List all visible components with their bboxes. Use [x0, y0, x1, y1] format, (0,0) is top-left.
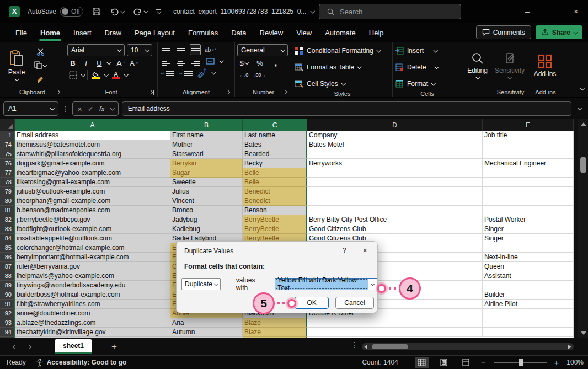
- cell-E88[interactable]: Assistant: [483, 271, 574, 281]
- next-sheet-arrow[interactable]: [27, 344, 31, 349]
- cell-E78[interactable]: [483, 178, 574, 187]
- undo-button[interactable]: [110, 8, 124, 16]
- cell-B81[interactable]: Bronco: [170, 206, 243, 215]
- font-size-combo[interactable]: 10: [127, 44, 152, 56]
- vertical-scrollbar[interactable]: [578, 119, 588, 338]
- cell-E75[interactable]: [483, 149, 574, 159]
- row-header-92[interactable]: 92: [0, 309, 15, 318]
- cell-A92[interactable]: annie@doublerdiner.com: [15, 309, 170, 318]
- zoom-out-button[interactable]: −: [481, 358, 486, 367]
- tab-page-layout[interactable]: Page Layout: [128, 25, 181, 41]
- row-header-77[interactable]: 77: [0, 168, 15, 178]
- cell-C78[interactable]: Belle: [243, 178, 307, 187]
- dialog-help-icon[interactable]: ?: [343, 246, 346, 254]
- row-header-83[interactable]: 83: [0, 224, 15, 234]
- align-center-button[interactable]: [175, 56, 186, 67]
- orientation-button[interactable]: ab↗: [196, 67, 208, 78]
- row-header-89[interactable]: 89: [0, 281, 15, 290]
- cell-C83[interactable]: BerryBeetle: [243, 224, 307, 234]
- cell-C75[interactable]: Bearded: [243, 149, 307, 159]
- cell-C94[interactable]: Blaze: [243, 328, 307, 337]
- cell-E80[interactable]: [483, 196, 574, 206]
- top-align-button[interactable]: [160, 44, 171, 55]
- cell-E81[interactable]: [483, 206, 574, 215]
- cell-B83[interactable]: Kadiebug: [170, 224, 243, 234]
- document-title[interactable]: contact_export_1100693728783_121825_0...: [173, 8, 314, 15]
- row-header-90[interactable]: 90: [0, 290, 15, 300]
- page-layout-view-button[interactable]: [437, 357, 451, 368]
- search-input[interactable]: Search: [319, 4, 461, 19]
- cell-A90[interactable]: builderboss@hotmail-example.com: [15, 290, 170, 300]
- font-color-button[interactable]: A: [110, 69, 121, 81]
- cell-D79[interactable]: [307, 187, 483, 196]
- cell-D76[interactable]: Berryworks: [307, 159, 483, 168]
- excel-app-icon[interactable]: X: [9, 6, 20, 17]
- tab-draw[interactable]: Draw: [98, 25, 128, 41]
- autosave-control[interactable]: AutoSave Off: [28, 7, 83, 17]
- sheet-tab-active[interactable]: sheet1: [55, 339, 92, 354]
- formula-input[interactable]: Email address: [122, 101, 571, 116]
- cell-A80[interactable]: theorphan@gmail-example.com: [15, 196, 170, 206]
- clipboard-dialog-launcher[interactable]: [56, 90, 61, 95]
- cell-D94[interactable]: [307, 328, 483, 337]
- cell-A74[interactable]: themissus@batesmotel.com: [15, 140, 170, 149]
- tab-data[interactable]: Data: [224, 25, 253, 41]
- ok-button[interactable]: OK: [295, 297, 329, 309]
- orientation-dropdown[interactable]: [212, 70, 216, 74]
- cell-D83[interactable]: Good Citizens Club: [307, 224, 483, 234]
- decrease-decimal-button[interactable]: .00→: [254, 69, 266, 81]
- enter-entry-icon[interactable]: ✓: [88, 105, 94, 113]
- row-header-78[interactable]: 78: [0, 178, 15, 187]
- vertical-scroll-thumb[interactable]: [580, 157, 586, 173]
- cell-C76[interactable]: Becky: [243, 159, 307, 168]
- row-header-84[interactable]: 84: [0, 234, 15, 243]
- cut-button[interactable]: [34, 46, 46, 57]
- cell-E87[interactable]: Queen: [483, 262, 574, 271]
- cell-A78[interactable]: iliketosing@gmail-example.com: [15, 178, 170, 187]
- cell-C1[interactable]: Last name: [243, 131, 307, 140]
- format-painter-button[interactable]: [34, 74, 46, 85]
- comma-style-button[interactable]: ,: [270, 57, 281, 68]
- comments-button[interactable]: Comments: [476, 25, 531, 39]
- tab-automate[interactable]: Automate: [318, 25, 362, 41]
- maximize-button[interactable]: [539, 0, 564, 23]
- cell-A1[interactable]: Email address: [15, 131, 170, 140]
- cell-B82[interactable]: Jadybug: [170, 215, 243, 224]
- row-header-88[interactable]: 88: [0, 271, 15, 281]
- cell-C81[interactable]: Benson: [243, 206, 307, 215]
- add-sheet-button[interactable]: +: [111, 341, 117, 352]
- cell-D80[interactable]: [307, 196, 483, 206]
- cell-E82[interactable]: Postal Worker: [483, 215, 574, 224]
- number-dialog-launcher[interactable]: [283, 90, 288, 95]
- insert-cells-button[interactable]: Insert: [395, 44, 459, 57]
- decrease-font-button[interactable]: A˅: [129, 57, 140, 68]
- editing-button[interactable]: Editing: [464, 44, 490, 87]
- format-as-table-button[interactable]: Format as Table: [295, 61, 390, 74]
- increase-indent-button[interactable]: →: [178, 67, 193, 78]
- fx-dropdown[interactable]: [110, 106, 114, 110]
- column-header-a[interactable]: A: [15, 119, 170, 131]
- row-header-76[interactable]: 76: [0, 159, 15, 168]
- merge-dropdown[interactable]: [219, 58, 223, 63]
- cell-styles-button[interactable]: Cell Styles: [295, 77, 390, 90]
- tab-review[interactable]: Review: [253, 25, 290, 41]
- name-box[interactable]: A1: [3, 101, 58, 116]
- accessibility-status[interactable]: Accessibility: Good to go: [36, 359, 127, 367]
- number-format-combo[interactable]: General: [237, 44, 288, 56]
- cell-E90[interactable]: Builder: [483, 290, 574, 300]
- cell-C74[interactable]: Bates: [243, 140, 307, 149]
- percent-button[interactable]: %: [254, 57, 265, 68]
- select-all-corner[interactable]: [0, 119, 15, 131]
- copy-button[interactable]: [34, 60, 46, 71]
- horizontal-scrollbar[interactable]: [362, 343, 574, 350]
- underline-button[interactable]: U: [94, 57, 105, 68]
- zoom-slider-thumb[interactable]: [519, 359, 523, 366]
- cell-C93[interactable]: Blaze: [243, 318, 307, 328]
- page-break-view-button[interactable]: [459, 357, 473, 368]
- row-header-85[interactable]: 85: [0, 243, 15, 253]
- cell-B1[interactable]: First name: [170, 131, 243, 140]
- middle-align-button[interactable]: [175, 44, 186, 55]
- column-header-c[interactable]: C: [243, 119, 307, 131]
- font-dialog-launcher[interactable]: [148, 90, 154, 95]
- borders-button[interactable]: [67, 69, 78, 81]
